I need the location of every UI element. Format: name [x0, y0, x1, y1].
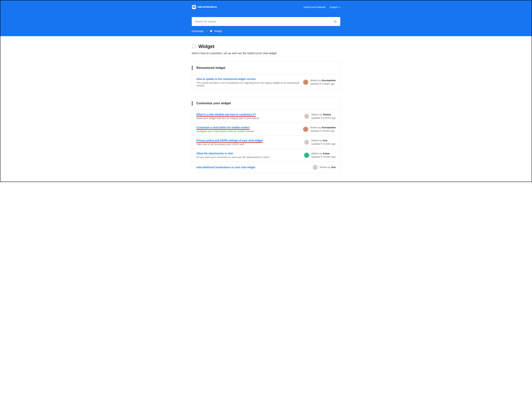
svg-point-5	[305, 81, 306, 82]
article-updated: Updated 5 months ago	[310, 82, 336, 86]
article-group: Remastered widgetHow to update to the re…	[192, 62, 340, 90]
article-author: Konstantine	[322, 126, 336, 129]
svg-rect-2	[193, 6, 195, 7]
article-meta-text: Written by KonstantineUpdated 5 months a…	[310, 79, 336, 85]
article-group: Customize your widgetWhat is a chat wind…	[192, 97, 340, 173]
article-author-line: Written by Tetiana	[311, 113, 336, 116]
search-box[interactable]	[192, 17, 340, 26]
language-selector[interactable]: English	[330, 6, 340, 9]
svg-point-8	[306, 141, 307, 142]
avatar	[304, 114, 309, 119]
page-description: Here's how to customize, set up and use …	[192, 52, 340, 55]
article-author-line: Written by Konstantine	[310, 79, 336, 82]
article-title-link[interactable]: What is a chat window and how to customi…	[196, 113, 256, 117]
article-main: Add additional localizations to your cha…	[196, 166, 310, 169]
avatar	[303, 127, 308, 132]
article-title-link[interactable]: Allow file attachments in chat	[196, 152, 233, 155]
article-author-line: Written by Artem	[311, 152, 336, 155]
article-updated: Updated 5 months ago	[311, 155, 336, 159]
article-updated: Updated 5 months ago	[310, 129, 336, 133]
article-meta-text: Written by Ana	[320, 166, 336, 169]
article-title-link[interactable]: Customize a chat button for mobile visit…	[196, 126, 250, 130]
written-by-label: Written by	[320, 166, 331, 169]
page-title: Widget	[198, 43, 214, 49]
article-meta-text: Written by TetianaUpdated 5 months ago	[311, 113, 336, 119]
avatar	[313, 165, 318, 170]
article-author-line: Written by Ana	[311, 139, 336, 142]
website-link[interactable]: HelpCrunch Website	[304, 6, 326, 9]
written-by-label: Written by	[310, 126, 322, 129]
article-meta: Written by TetianaUpdated 5 months ago	[304, 113, 336, 119]
article-description: This article provides a set of guideline…	[196, 81, 300, 87]
svg-point-10	[315, 166, 316, 167]
breadcrumb: Homepage → 💬 Widget	[192, 30, 340, 32]
article-updated: Updated 5 months ago	[311, 142, 336, 146]
group-title: Customize your widget	[196, 101, 336, 105]
article-meta-text: Written by AnaUpdated 5 months ago	[311, 139, 336, 145]
page-header: Widget	[192, 43, 340, 49]
article-row[interactable]: Allow file attachments in chatDo you wan…	[192, 149, 340, 162]
article-main: How to update to the remastered widget v…	[196, 77, 300, 87]
svg-point-9	[306, 154, 307, 155]
written-by-label: Written by	[311, 152, 323, 155]
article-meta-text: Written by ArtemUpdated 5 months ago	[311, 152, 336, 158]
group-header: Remastered widget	[192, 62, 340, 74]
article-author: Ana	[331, 166, 336, 169]
search-input[interactable]	[195, 20, 334, 23]
article-updated: Updated 5 months ago	[311, 116, 336, 120]
article-meta: Written by KonstantineUpdated 5 months a…	[303, 79, 336, 85]
topnav: HelpCrunch Website English	[304, 6, 340, 9]
breadcrumb-current: Widget	[214, 30, 222, 32]
group-title: Remastered widget	[196, 66, 336, 70]
article-meta: Written by KonstantineUpdated 5 months a…	[303, 126, 336, 132]
arrow-right-icon: →	[205, 30, 208, 32]
article-row[interactable]: How to update to the remastered widget v…	[192, 74, 340, 90]
language-label: English	[330, 6, 338, 9]
chat-icon: 💬	[210, 30, 213, 32]
article-author: Artem	[323, 152, 330, 155]
article-meta: Written by Ana	[313, 165, 336, 170]
article-row[interactable]: Privacy policy and GDPR settings of your…	[192, 136, 340, 149]
chevron-down-icon	[338, 6, 340, 8]
article-author: Ana	[323, 139, 327, 142]
article-main: Allow file attachments in chatDo you wan…	[196, 152, 301, 159]
written-by-label: Written by	[311, 139, 323, 142]
article-main: Privacy policy and GDPR settings of your…	[196, 139, 301, 146]
article-title-link[interactable]: Add additional localizations to your cha…	[196, 166, 255, 169]
article-main: Customize a chat button for mobile visit…	[196, 126, 300, 133]
article-meta: Written by ArtemUpdated 5 months ago	[304, 152, 336, 158]
article-title-link[interactable]: How to update to the remastered widget v…	[196, 78, 256, 80]
breadcrumb-home[interactable]: Homepage	[192, 30, 204, 32]
written-by-label: Written by	[310, 79, 322, 82]
article-description: Take care of all the privacy and GDPR st…	[196, 143, 301, 146]
avatar	[303, 80, 308, 85]
article-title-link[interactable]: Privacy policy and GDPR settings of your…	[196, 139, 263, 143]
article-main: What is a chat window and how to customi…	[196, 113, 301, 120]
article-description: Configure your chat button's look for mo…	[196, 130, 300, 133]
article-author-line: Written by Konstantine	[310, 126, 336, 129]
article-meta-text: Written by KonstantineUpdated 5 months a…	[310, 126, 336, 132]
article-row[interactable]: What is a chat window and how to customi…	[192, 110, 340, 123]
article-description: Make your widget look like an integral p…	[196, 117, 301, 120]
article-row[interactable]: Add additional localizations to your cha…	[192, 162, 340, 173]
article-meta: Written by AnaUpdated 5 months ago	[304, 139, 336, 145]
written-by-label: Written by	[311, 113, 323, 116]
article-author: Konstantine	[322, 79, 336, 82]
topbar: HELPCRUNCH HelpCrunch Website English	[192, 5, 340, 9]
svg-point-3	[334, 20, 336, 22]
article-author-line: Written by Ana	[320, 166, 336, 169]
svg-point-6	[306, 115, 307, 116]
brand-link[interactable]: HELPCRUNCH	[192, 5, 217, 9]
article-author: Tetiana	[323, 113, 331, 116]
svg-line-4	[336, 22, 336, 23]
search-icon	[334, 20, 337, 23]
avatar	[304, 140, 309, 145]
speech-bubble-icon	[192, 44, 196, 49]
article-description: Do you want your customers to send you f…	[196, 156, 301, 159]
brand-text: HELPCRUNCH	[198, 6, 217, 9]
avatar	[304, 153, 309, 158]
svg-point-7	[305, 128, 306, 129]
article-row[interactable]: Customize a chat button for mobile visit…	[192, 123, 340, 136]
group-header: Customize your widget	[192, 97, 340, 110]
logo-icon	[192, 5, 196, 9]
